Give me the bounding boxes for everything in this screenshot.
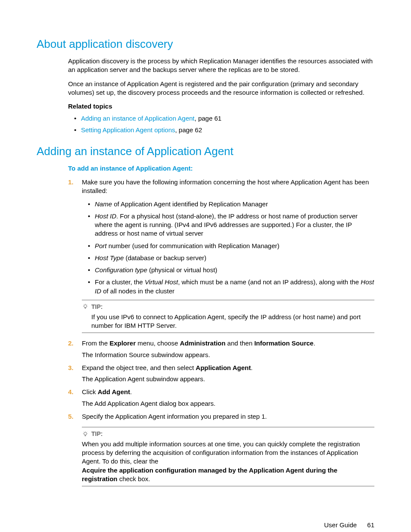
em-text: Name bbox=[95, 200, 112, 208]
span-text: menu, choose bbox=[136, 339, 180, 347]
section-heading-about: About application discovery bbox=[37, 37, 374, 52]
span-text: When you add multiple information source… bbox=[82, 440, 360, 465]
step-item: Click Add Agent. The Add Application Age… bbox=[68, 388, 374, 408]
related-suffix: , page 61 bbox=[195, 115, 222, 122]
section-heading-adding: Adding an instance of Application Agent bbox=[37, 144, 374, 159]
list-item: Adding an instance of Application Agent,… bbox=[68, 114, 374, 123]
span-text: Expand the object tree, and then select bbox=[82, 364, 196, 371]
span-text: of Application Agent identified by Repli… bbox=[112, 200, 268, 208]
span-text: (database or backup server) bbox=[124, 254, 206, 261]
span-text: check box. bbox=[119, 475, 150, 482]
list-item: For a cluster, the Virtual Host, which m… bbox=[82, 278, 374, 296]
list-item: Configuration type (physical or virtual … bbox=[82, 266, 374, 274]
paragraph: Application discovery is the process by … bbox=[68, 57, 374, 75]
procedure-heading: To add an instance of Application Agent: bbox=[68, 164, 374, 173]
divider bbox=[82, 486, 374, 486]
tip-body: If you use IPv6 to connect to Applicatio… bbox=[91, 313, 374, 330]
tip-box: TIP: When you add multiple information s… bbox=[82, 427, 374, 486]
step-item: From the Explorer menu, choose Administr… bbox=[68, 339, 374, 359]
step-result: The Information Source subwindow appears… bbox=[82, 351, 374, 359]
em-text: Host ID bbox=[95, 212, 116, 220]
related-link[interactable]: Setting Application Agent options bbox=[81, 126, 175, 134]
page-number: 61 bbox=[367, 521, 374, 529]
tip-label: TIP: bbox=[91, 303, 103, 311]
span-text: . For a physical host (stand-alone), the… bbox=[95, 212, 358, 237]
lightbulb-icon bbox=[82, 303, 89, 310]
steps-list: Make sure you have the following informa… bbox=[68, 178, 374, 486]
em-text: Port bbox=[95, 242, 107, 249]
bold-text: Add Agent bbox=[98, 388, 130, 395]
tip-label: TIP: bbox=[91, 430, 103, 438]
span-text: For a cluster, the bbox=[95, 278, 145, 286]
step-text: Make sure you have the following informa… bbox=[82, 178, 369, 194]
page-footer: User Guide 61 bbox=[37, 521, 374, 529]
footer-label: User Guide bbox=[324, 521, 357, 529]
step-text: Specify the Application Agent informatio… bbox=[82, 413, 267, 420]
list-item: Name of Application Agent identified by … bbox=[82, 200, 374, 208]
related-link[interactable]: Adding an instance of Application Agent bbox=[81, 115, 195, 122]
step-item: Make sure you have the following informa… bbox=[68, 178, 374, 333]
span-text: number (used for communication with Repl… bbox=[107, 242, 280, 249]
bold-text: Application Agent bbox=[196, 364, 251, 371]
divider bbox=[82, 333, 374, 333]
sub-list: Name of Application Agent identified by … bbox=[82, 200, 374, 296]
span-text: and then bbox=[225, 339, 254, 347]
svg-point-1 bbox=[84, 432, 87, 435]
span-text: , which must be a name (and not an IP ad… bbox=[178, 278, 361, 286]
tip-body: When you add multiple information source… bbox=[82, 440, 374, 483]
list-item: Setting Application Agent options, page … bbox=[68, 126, 374, 134]
step-item: Specify the Application Agent informatio… bbox=[68, 412, 374, 486]
span-text: . bbox=[314, 339, 315, 347]
em-text: Virtual Host bbox=[145, 278, 178, 286]
related-suffix: , page 62 bbox=[175, 126, 202, 134]
bold-text: Explorer bbox=[109, 339, 136, 347]
lightbulb-icon bbox=[82, 431, 89, 438]
step-result: The Add Application Agent dialog box app… bbox=[82, 399, 374, 408]
step-result: The Application Agent subwindow appears. bbox=[82, 375, 374, 383]
list-item: Host ID. For a physical host (stand-alon… bbox=[82, 212, 374, 238]
em-text: Configuration type bbox=[95, 266, 147, 274]
span-text: From the bbox=[82, 339, 109, 347]
bold-text: Administration bbox=[180, 339, 226, 347]
bold-text: Information Source bbox=[254, 339, 314, 347]
em-text: Host Type bbox=[95, 254, 124, 261]
span-text: . bbox=[251, 364, 252, 371]
list-item: Port number (used for communication with… bbox=[82, 242, 374, 250]
divider bbox=[82, 427, 374, 427]
svg-point-0 bbox=[84, 305, 87, 308]
span-text: (physical or virtual host) bbox=[147, 266, 218, 274]
step-item: Expand the object tree, and then select … bbox=[68, 364, 374, 384]
list-item: Host Type (database or backup server) bbox=[82, 254, 374, 262]
paragraph: Once an instance of Application Agent is… bbox=[68, 80, 374, 97]
related-topics-heading: Related topics bbox=[68, 102, 374, 111]
span-text: of all nodes in the cluster bbox=[101, 287, 174, 295]
tip-box: TIP: If you use IPv6 to connect to Appli… bbox=[82, 300, 374, 333]
related-topics-list: Adding an instance of Application Agent,… bbox=[68, 114, 374, 134]
divider bbox=[82, 300, 374, 300]
span-text: Click bbox=[82, 388, 98, 395]
span-text: . bbox=[130, 388, 132, 395]
